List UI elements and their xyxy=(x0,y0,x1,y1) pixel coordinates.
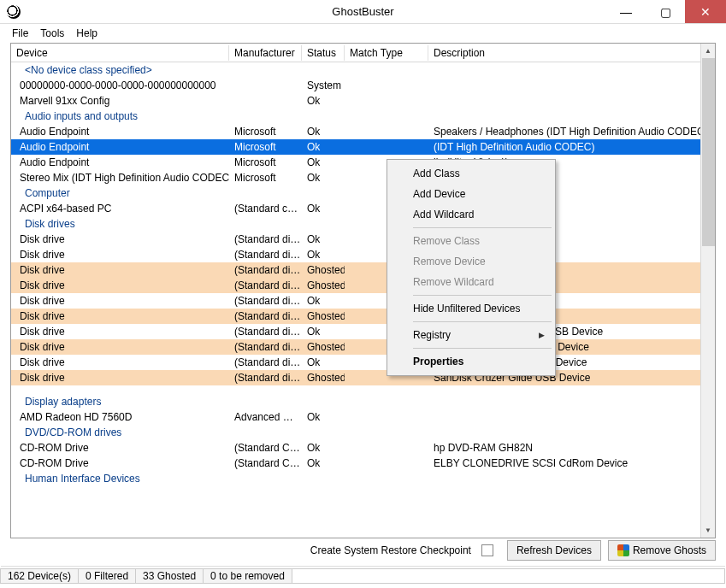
table-row[interactable]: 00000000-0000-0000-0000-000000000000Syst… xyxy=(11,78,700,93)
menu-item[interactable]: Hide Unfiltered Devices xyxy=(389,298,553,319)
cell-manufacturer: (Standard di… xyxy=(229,249,302,261)
table-row[interactable]: Marvell 91xx ConfigOk xyxy=(11,93,700,109)
menu-item[interactable]: Add Wildcard xyxy=(389,204,553,225)
cell-manufacturer: Advanced … xyxy=(229,411,302,423)
table-row[interactable]: CD-ROM Drive(Standard C…Okhp DVD-RAM GH8… xyxy=(11,440,700,456)
cell-status: Ok xyxy=(302,233,345,245)
cell-status: Ok xyxy=(302,203,345,215)
menu-item[interactable]: Add Class xyxy=(389,163,553,184)
table-row[interactable]: Stereo Mix (IDT High Definition Audio CO… xyxy=(11,170,700,185)
cell-device: Disk drive xyxy=(11,326,229,338)
table-row[interactable]: Audio EndpointMicrosoftOk(IDT High Defin… xyxy=(11,139,700,155)
cell-status: Ok xyxy=(302,295,345,307)
titlebar: GhostBuster — ▢ ✕ xyxy=(0,0,726,24)
column-headers: Device Manufacturer Status Match Type De… xyxy=(11,44,715,62)
cell-device: CD-ROM Drive xyxy=(11,457,229,469)
cell-status: Ghosted xyxy=(302,264,345,276)
cell-device: Disk drive xyxy=(11,295,229,307)
table-row[interactable]: Audio EndpointMicrosoftOkSpeakers / Head… xyxy=(11,124,700,139)
table-row[interactable]: Disk drive(Standard di…Ghosted2A7B2 xyxy=(11,278,700,293)
table-row[interactable]: Disk drive(Standard di…GhostedUSB Device xyxy=(11,309,700,324)
remove-ghosts-button[interactable]: Remove Ghosts xyxy=(608,540,716,561)
maximize-button[interactable]: ▢ xyxy=(646,0,685,23)
group-header[interactable]: Display adapters xyxy=(11,394,700,409)
cell-status: Ok xyxy=(302,356,345,368)
group-header[interactable]: <No device class specified> xyxy=(11,62,700,78)
cell-manufacturer: (Standard di… xyxy=(229,341,302,353)
submenu-arrow-icon: ▶ xyxy=(539,331,545,339)
cell-device: CD-ROM Drive xyxy=(11,442,229,454)
minimize-button[interactable]: — xyxy=(606,0,646,23)
cell-device: AMD Radeon HD 7560D xyxy=(11,411,229,423)
group-header[interactable]: Human Interface Devices xyxy=(11,471,700,486)
cell-device: Disk drive xyxy=(11,310,229,322)
group-header[interactable]: DVD/CD-ROM drives xyxy=(11,425,700,440)
menu-file[interactable]: File xyxy=(12,27,28,39)
table-row[interactable]: Disk drive(Standard di…GhostedSanDisk Cr… xyxy=(11,370,700,385)
scroll-thumb[interactable] xyxy=(702,58,715,246)
group-header[interactable]: Disk drives xyxy=(11,216,700,232)
cell-device: Disk drive xyxy=(11,372,229,384)
group-header[interactable]: Audio inputs and outputs xyxy=(11,109,700,124)
checkpoint-checkbox[interactable] xyxy=(481,544,493,556)
header-status[interactable]: Status xyxy=(302,45,345,61)
scroll-down-icon[interactable]: ▼ xyxy=(701,523,715,538)
statusbar: 162 Device(s) 0 Filtered 33 Ghosted 0 to… xyxy=(1,566,725,585)
menu-item[interactable]: Add Device xyxy=(389,184,553,204)
header-match-type[interactable]: Match Type xyxy=(345,45,428,61)
cell-status: Ok xyxy=(302,156,345,168)
table-row[interactable]: Disk drive(Standard di…GhostedIC25N080 A… xyxy=(11,339,700,355)
shield-icon xyxy=(617,544,629,556)
cell-manufacturer: Microsoft xyxy=(229,156,302,168)
rows-container: <No device class specified>00000000-0000… xyxy=(11,62,700,538)
header-description[interactable]: Description xyxy=(428,45,715,61)
cell-device: Disk drive xyxy=(11,264,229,276)
menubar: File Tools Help xyxy=(0,24,726,43)
table-row[interactable]: CD-ROM Drive(Standard C…OkELBY CLONEDRIV… xyxy=(11,456,700,471)
cell-device: Disk drive xyxy=(11,279,229,291)
cell-device: Marvell 91xx Config xyxy=(11,95,229,107)
cell-status: Ok xyxy=(302,141,345,153)
scrollbar-vertical[interactable]: ▲ ▼ xyxy=(700,44,715,538)
table-row[interactable]: Disk drive(Standard di…OkDevice xyxy=(11,247,700,262)
cell-status: Ghosted xyxy=(302,279,345,291)
cell-manufacturer: (Standard C… xyxy=(229,457,302,469)
cell-description: ELBY CLONEDRIVE SCSI CdRom Device xyxy=(428,457,700,469)
cell-device: 00000000-0000-0000-0000-000000000000 xyxy=(11,79,229,91)
refresh-devices-button[interactable]: Refresh Devices xyxy=(507,540,601,561)
cell-device: Disk drive xyxy=(11,249,229,261)
cell-status: Ghosted xyxy=(302,341,345,353)
device-list: Device Manufacturer Status Match Type De… xyxy=(10,43,716,538)
scroll-up-icon[interactable]: ▲ xyxy=(701,44,715,58)
menu-item[interactable]: Properties xyxy=(389,351,553,372)
table-row[interactable]: Disk drive(Standard di…Ghosted xyxy=(11,262,700,278)
cell-manufacturer: Microsoft xyxy=(229,172,302,184)
table-row[interactable]: Disk drive(Standard di…OkGeneric- MS/MS-… xyxy=(11,355,700,370)
cell-manufacturer: (Standard di… xyxy=(229,310,302,322)
cell-manufacturer: (Standard di… xyxy=(229,356,302,368)
cell-manufacturer: (Standard di… xyxy=(229,295,302,307)
checkpoint-label: Create System Restore Checkpoint xyxy=(310,544,471,556)
header-device[interactable]: Device xyxy=(11,45,229,61)
window-title: GhostBuster xyxy=(332,5,393,18)
menu-tools[interactable]: Tools xyxy=(40,27,64,39)
menu-item[interactable]: Registry▶ xyxy=(389,325,553,345)
menu-help[interactable]: Help xyxy=(76,27,97,39)
table-row[interactable]: Disk drive(Standard di…OkGeneric- Compac… xyxy=(11,324,700,339)
cell-manufacturer: (Standard di… xyxy=(229,233,302,245)
table-row[interactable]: ACPI x64-based PC(Standard c…Ok xyxy=(11,201,700,216)
menu-item: Remove Wildcard xyxy=(389,272,553,292)
footer-bar: Create System Restore Checkpoint Refresh… xyxy=(10,538,716,562)
menu-item: Remove Device xyxy=(389,251,553,272)
table-row[interactable]: AMD Radeon HD 7560DAdvanced …Ok xyxy=(11,409,700,425)
table-row[interactable]: Audio EndpointMicrosoftOklic (Ultra Visi… xyxy=(11,155,700,170)
table-row[interactable]: Disk drive(Standard di…Oke USB Device xyxy=(11,232,700,247)
close-button[interactable]: ✕ xyxy=(685,0,726,23)
cell-manufacturer: Microsoft xyxy=(229,141,302,153)
header-manufacturer[interactable]: Manufacturer xyxy=(229,45,302,61)
group-header[interactable]: Computer xyxy=(11,185,700,201)
cell-device: ACPI x64-based PC xyxy=(11,203,229,215)
status-filtered: 0 Filtered xyxy=(78,568,136,584)
table-row[interactable]: Disk drive(Standard di…Ok2 xyxy=(11,293,700,309)
cell-status: Ok xyxy=(302,442,345,454)
